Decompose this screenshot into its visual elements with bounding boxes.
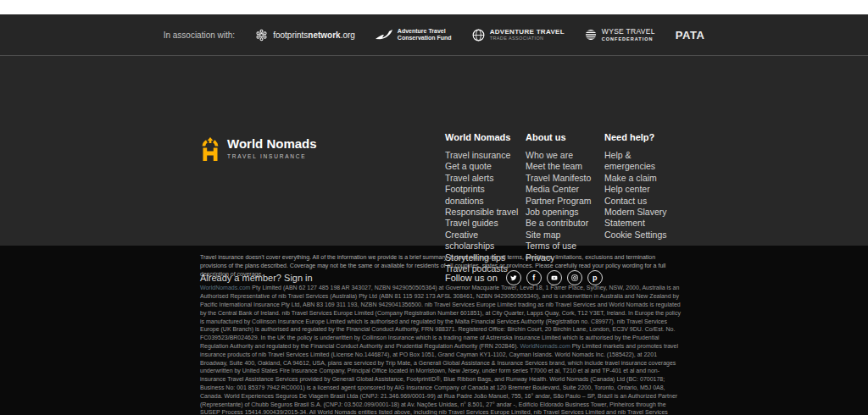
footer-link[interactable]: Job openings <box>526 207 602 218</box>
column-links: Help & emergenciesMake a claimHelp cente… <box>604 150 676 241</box>
legal-section: Travel insurance doesn't cover everythin… <box>0 246 868 415</box>
partner-atcf-label: Adventure Travel Conservation Fund <box>398 28 452 42</box>
footer-column-world-nomads: World Nomads Travel insuranceGet a quote… <box>445 132 526 274</box>
footer-link[interactable]: Modern Slavery Statement <box>604 207 676 230</box>
worldnomads-link[interactable]: WorldNomads.com <box>200 285 250 290</box>
legal-detail: WorldNomads.com Pty Limited (ABN 62 127 … <box>200 284 683 415</box>
footer-column-about-us: About us Who we areMeet the teamTravel M… <box>526 132 602 263</box>
legal-text-segment: Pty Limited markets and promotes travel … <box>200 343 678 415</box>
footer-link[interactable]: Responsible travel <box>445 207 526 218</box>
partner-pata-label: PATA <box>676 29 705 42</box>
partner-footprints-network[interactable]: footprintsnetwork.org <box>255 29 355 42</box>
legal-text-segment: Pty Limited (ABN 62 127 485 198 AR 34302… <box>200 285 681 349</box>
footer-column-need-help: Need help? Help & emergenciesMake a clai… <box>604 132 676 241</box>
follow-us-row: Follow us on f p <box>445 270 608 285</box>
partner-atta-label: ADVENTURE TRAVEL TRADE ASSOCIATION <box>490 28 565 42</box>
partner-adventure-travel-trade-association[interactable]: ADVENTURE TRAVEL TRADE ASSOCIATION <box>472 28 565 42</box>
globe-icon <box>472 29 485 42</box>
footer-link[interactable]: Make a claim <box>604 173 676 184</box>
page-background-strip <box>0 0 868 14</box>
footer-link[interactable]: Meet the team <box>526 161 602 172</box>
footer-link[interactable]: Media Center <box>526 184 602 195</box>
footer-link[interactable]: Storytelling tips <box>445 252 526 263</box>
instagram-icon[interactable] <box>567 270 582 285</box>
partner-adventure-travel-conservation-fund[interactable]: Adventure Travel Conservation Fund <box>376 28 452 42</box>
association-bar: In association with: footprintsnetwork.o… <box>0 14 868 56</box>
sign-in-link[interactable]: Sign in <box>284 273 313 283</box>
brand-name: World Nomads <box>227 137 317 150</box>
footer-link[interactable]: Privacy <box>526 252 602 263</box>
column-heading: About us <box>526 132 602 143</box>
footer-link[interactable]: Travel insurance <box>445 150 526 161</box>
follow-us-label: Follow us on <box>445 273 498 283</box>
footer-link[interactable]: Terms of use <box>526 241 602 252</box>
footer-link[interactable]: Who we are <box>526 150 602 161</box>
association-label: In association with: <box>164 30 236 40</box>
member-row: Already a member? Sign in <box>200 273 313 283</box>
column-heading: Need help? <box>604 132 676 143</box>
footer-link[interactable]: Travel Manifesto <box>526 173 602 184</box>
youtube-icon[interactable] <box>547 270 562 285</box>
worldnomads-link[interactable]: WorldNomads.com <box>520 343 570 349</box>
footer-link[interactable]: Travel guides <box>445 218 526 229</box>
footer-link[interactable]: Help & emergencies <box>604 150 676 173</box>
striped-globe-icon <box>585 29 597 41</box>
footer-link[interactable]: Cookie Settings <box>604 230 676 241</box>
footer-main: World Nomads TRAVEL INSURANCE World Noma… <box>0 56 868 246</box>
footprints-flower-icon <box>255 29 268 42</box>
column-heading: World Nomads <box>445 132 526 143</box>
world-nomads-wordmark: World Nomads TRAVEL INSURANCE <box>227 137 317 159</box>
footer-link[interactable]: Partner Program <box>526 196 602 207</box>
column-links: Who we areMeet the teamTravel ManifestoM… <box>526 150 602 263</box>
bird-icon <box>376 30 392 40</box>
twitter-icon[interactable] <box>506 270 521 285</box>
world-nomads-logo-icon <box>200 137 220 162</box>
footer-link[interactable]: Site map <box>526 230 602 241</box>
brand-tagline: TRAVEL INSURANCE <box>227 153 317 159</box>
footer-link[interactable]: Get a quote <box>445 161 526 172</box>
footer-link[interactable]: Travel alerts <box>445 173 526 184</box>
member-prompt: Already a member? <box>200 273 284 283</box>
partner-pata[interactable]: PATA <box>676 29 705 42</box>
partner-wyse-label: WYSE TRAVEL CONFEDERATION <box>602 28 655 42</box>
footer-link[interactable]: Help center <box>604 184 676 195</box>
partner-footprints-label: footprintsnetwork.org <box>273 30 355 40</box>
footer-link[interactable]: Contact us <box>604 196 676 207</box>
column-links: Travel insuranceGet a quoteTravel alerts… <box>445 150 526 274</box>
world-nomads-logo[interactable]: World Nomads TRAVEL INSURANCE <box>200 137 317 162</box>
footer-link[interactable]: Creative scholarships <box>445 230 526 252</box>
facebook-icon[interactable]: f <box>526 270 542 285</box>
footer-link[interactable]: Footprints donations <box>445 184 526 207</box>
partner-wyse-travel-confederation[interactable]: WYSE TRAVEL CONFEDERATION <box>585 28 655 42</box>
pinterest-icon[interactable]: p <box>587 270 603 285</box>
footer-link[interactable]: Be a contributor <box>526 218 602 229</box>
